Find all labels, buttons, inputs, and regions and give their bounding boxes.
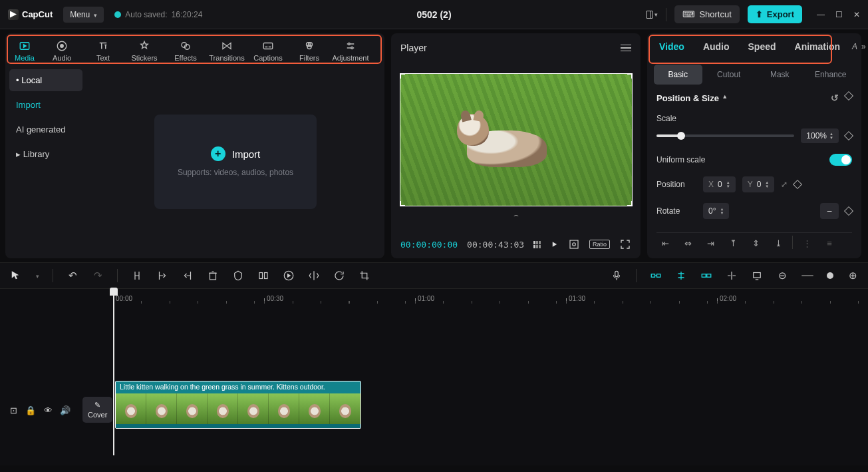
delete-icon[interactable] [207,270,219,282]
section-position-size[interactable]: Position & Size [656,93,852,103]
layout-button[interactable] [646,9,658,21]
zoom-in-icon[interactable]: ⊕ [847,270,859,282]
keyframe-scale-icon[interactable] [844,131,853,140]
ratio-button[interactable]: Ratio [589,240,610,249]
track-visibility-icon[interactable]: 👁 [43,405,53,415]
cat-adjustment[interactable]: Adjustment [330,36,371,65]
stepper-icon[interactable]: ▲▼ [726,181,730,188]
menu-button[interactable]: Menu [63,7,104,23]
mark-icon[interactable] [232,270,244,282]
delete-left-icon[interactable] [156,270,168,282]
sidebar-item-ai[interactable]: AI generated [9,118,82,140]
scale-slider[interactable] [656,134,794,137]
tab-overflow[interactable]: A» [852,42,866,51]
captions-icon [262,40,274,52]
close-button[interactable]: ✕ [853,10,860,19]
main-track-magnet-on-icon[interactable] [650,270,662,282]
tab-audio[interactable]: Audio [696,35,736,59]
subtab-basic[interactable]: Basic [654,65,702,85]
subtab-enhance[interactable]: Enhance [807,65,855,85]
hamburger-icon[interactable] [621,45,631,52]
minimize-button[interactable]: — [817,10,825,19]
stepper-icon[interactable]: ▲▼ [720,208,724,215]
cat-media[interactable]: Media [8,36,41,65]
maximize-button[interactable]: ☐ [835,10,843,19]
cat-text[interactable]: Text [82,36,124,65]
scale-value[interactable]: 100% ▲▼ [801,128,839,143]
delete-right-icon[interactable] [182,270,194,282]
sidebar-item-library[interactable]: ▸ Library [9,143,82,165]
keyframe-position-icon[interactable] [793,180,802,189]
keyframe-icon[interactable] [844,91,853,101]
tab-speed[interactable]: Speed [742,35,783,59]
rotate-neg-button[interactable]: – [820,203,839,219]
selection-chev-icon[interactable] [35,271,39,280]
crop-icon[interactable] [359,270,370,282]
speed-icon[interactable] [283,270,295,282]
cover-button[interactable]: ✎ Cover [82,397,112,423]
uniform-scale-toggle[interactable] [829,154,852,166]
selection-tool-icon[interactable] [9,270,21,282]
cat-transitions[interactable]: Transitions [206,36,247,65]
video-clip[interactable]: Little kitten walking on the green grass… [115,381,361,429]
sidebar-item-local[interactable]: • Local [9,69,82,91]
compare-view-icon[interactable] [533,241,541,248]
cat-stickers[interactable]: Stickers [124,36,165,65]
align-top-icon[interactable]: ⤒ [724,236,742,250]
align-left-icon[interactable]: ⇤ [656,236,674,250]
align-row: ⇤ ⇔ ⇥ ⤒ ⇕ ⤓ ⋮ ≡ [656,232,852,250]
undo-icon[interactable]: ↶ [67,270,78,282]
zoom-slider[interactable] [801,275,813,276]
align-hcenter-icon[interactable]: ⇔ [679,236,696,250]
align-vcenter-icon[interactable]: ⇕ [747,236,764,250]
freeze-icon[interactable] [257,270,269,282]
align-right-icon[interactable]: ⇥ [702,236,719,250]
linkage-icon[interactable] [700,270,712,282]
scale-fit-icon[interactable] [568,238,580,250]
play-button[interactable] [550,238,559,250]
cat-captions[interactable]: Captions [247,36,289,65]
preview-axis-icon[interactable] [726,270,738,282]
position-x-input[interactable]: X 0 ▲▼ [703,176,736,192]
tracks-area[interactable]: ⊡ 🔒 👁 🔊 ✎ Cover Little kitten walking on… [0,304,868,465]
zoom-out-icon[interactable]: ⊖ [776,270,788,282]
subtab-mask[interactable]: Mask [756,65,804,85]
sidebar-item-import[interactable]: Import [9,94,82,116]
playhead[interactable] [113,289,114,455]
reset-icon[interactable] [831,93,839,103]
stepper-icon[interactable]: ▲▼ [829,132,833,140]
project-title: 0502 (2) [416,9,451,20]
cat-effects[interactable]: Effects [165,36,206,65]
cat-audio[interactable]: Audio [41,36,82,65]
rotate-input[interactable]: 0° ▲▼ [703,203,729,219]
mirror-icon[interactable] [308,270,320,282]
shortcut-button[interactable]: ⌨ Shortcut [674,5,739,23]
zoom-slider-knob[interactable] [827,272,833,279]
fullscreen-icon[interactable] [619,238,631,250]
subtab-cutout[interactable]: Cutout [705,65,754,85]
track-lock-icon[interactable]: 🔒 [25,405,36,415]
keyframe-rotate-icon[interactable] [844,206,853,216]
video-preview[interactable] [400,73,633,206]
position-y-input[interactable]: Y 0 ▲▼ [742,176,775,192]
track-mute-icon[interactable]: 🔊 [60,405,71,415]
svg-point-9 [348,43,350,45]
drag-handle-icon[interactable]: ⌢ [513,210,519,220]
player-body: ⌢ [391,63,641,230]
tab-animation[interactable]: Animation [788,35,847,59]
stepper-icon[interactable]: ▲▼ [765,181,769,188]
stickers-icon [138,40,150,52]
import-dropzone[interactable]: + Import Supports: videos, audios, photo… [154,115,317,209]
record-vo-icon[interactable] [611,270,623,282]
rotate-icon[interactable] [333,270,345,282]
preview-marker-icon[interactable] [751,270,763,282]
timeline-ruler[interactable]: 00:00 00:30 01:00 01:30 02:00 [0,289,868,304]
link-xy-icon[interactable]: ⤢ [781,180,788,189]
export-button[interactable]: ⬆ Export [748,5,802,23]
split-icon[interactable] [131,270,143,282]
align-bottom-icon[interactable]: ⤓ [770,236,787,250]
tab-video[interactable]: Video [652,35,691,59]
track-collapse-icon[interactable]: ⊡ [8,405,19,415]
cat-filters[interactable]: Filters [289,36,330,65]
auto-snap-icon[interactable] [675,270,687,282]
